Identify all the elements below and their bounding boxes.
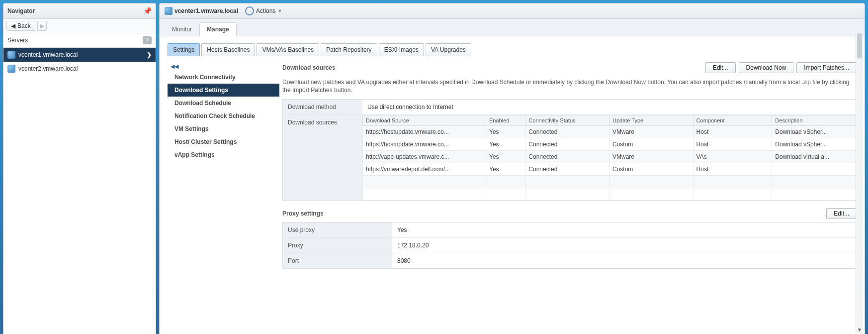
use-proxy-value: Yes [392, 223, 856, 237]
cell-status: Connected [525, 163, 609, 176]
breadcrumb-title-text: vcenter1.vmware.local [174, 7, 238, 14]
navigator-header: Navigator 📌 [3, 3, 156, 19]
navigator-panel: Navigator 📌 ◀ Back ▶ Servers 2 vcenter1.… [3, 3, 156, 334]
proxy-grid: Use proxy Yes Proxy 172.18.0.20 Port 808… [282, 222, 857, 269]
cell-type: VMware [609, 126, 693, 138]
breadcrumb-bar: vcenter1.vmware.local Actions ▼ [160, 3, 865, 19]
cell-type: VMware [609, 151, 693, 163]
col-download-source[interactable]: Download Source [363, 115, 486, 126]
chevron-down-icon: ▼ [277, 8, 282, 13]
cell-empty [525, 188, 609, 201]
sub-tabs: Settings Hosts Baselines VMs/VAs Baselin… [168, 43, 857, 56]
cell-status: Connected [525, 151, 609, 163]
subtab-settings[interactable]: Settings [168, 43, 200, 56]
back-label: Back [17, 22, 31, 29]
actions-menu[interactable]: Actions ▼ [245, 6, 282, 15]
cell-desc: Download vSpher... [772, 138, 856, 151]
proxy-settings-title: Proxy settings [282, 210, 324, 217]
navigator-back-row: ◀ Back ▶ [3, 19, 156, 33]
cell-source: https://vmwaredepot.dell.com/... [363, 163, 486, 176]
vertical-scrollbar[interactable]: ▼ [856, 33, 863, 334]
proxy-host-label: Proxy [283, 238, 392, 253]
download-sources-table: Download Source Enabled Connectivity Sta… [362, 115, 856, 201]
cell-empty [486, 176, 525, 188]
proxy-port-label: Port [283, 253, 392, 268]
servers-row[interactable]: Servers 2 [3, 33, 156, 48]
download-sources-header: Download sources Edit... Download Now Im… [282, 62, 857, 76]
cell-type: Custom [609, 138, 693, 151]
cell-source: http://vapp-updates.vmware.c... [363, 151, 486, 163]
col-enabled[interactable]: Enabled [486, 115, 525, 126]
servers-label: Servers [7, 37, 28, 44]
side-vm-settings[interactable]: VM Settings [168, 122, 279, 135]
tab-manage[interactable]: Manage [199, 22, 237, 36]
import-patches-button[interactable]: Import Patches... [796, 62, 857, 73]
chevron-right-icon: ❯ [147, 51, 152, 58]
subtab-hosts-baselines[interactable]: Hosts Baselines [201, 43, 255, 56]
navigator-title: Navigator [7, 7, 35, 14]
server-item-vcenter1[interactable]: vcenter1.vmware.local ❯ [3, 48, 156, 62]
download-sources-table-wrap: Download Source Enabled Connectivity Sta… [362, 115, 856, 201]
subtab-va-upgrades[interactable]: VA Upgrades [426, 43, 471, 56]
subtab-esxi-images[interactable]: ESXi Images [379, 43, 424, 56]
servers-list: vcenter1.vmware.local ❯ vcenter2.vmware.… [3, 48, 156, 334]
cell-empty [363, 188, 486, 201]
pin-icon[interactable]: 📌 [143, 7, 152, 15]
chevron-left-icon: ◀ [11, 22, 15, 29]
side-download-schedule[interactable]: Download Schedule [168, 97, 279, 110]
side-notification-check[interactable]: Notification Check Schedule [168, 110, 279, 122]
col-description[interactable]: Description [772, 115, 856, 126]
download-method-label: Download method [283, 100, 362, 114]
use-proxy-label: Use proxy [283, 223, 392, 237]
settings-sidemenu: ◀◀ Network Connectivity Download Setting… [168, 62, 279, 269]
server-label: vcenter1.vmware.local [18, 51, 78, 58]
server-icon [7, 51, 15, 59]
download-now-button[interactable]: Download Now [739, 62, 794, 73]
server-label: vcenter2.vmware.local [18, 65, 78, 72]
subtab-patch-repository[interactable]: Patch Repository [321, 43, 377, 56]
download-sources-label: Download sources [283, 115, 362, 130]
forward-button[interactable]: ▶ [37, 21, 47, 31]
scrollbar-down-icon[interactable]: ▼ [856, 327, 863, 333]
cell-enabled: Yes [486, 163, 525, 176]
side-download-settings[interactable]: Download Settings [168, 84, 279, 97]
side-host-cluster-settings[interactable]: Host/ Cluster Settings [168, 135, 279, 148]
cell-empty [772, 176, 856, 188]
detail-pane: Download sources Edit... Download Now Im… [279, 62, 857, 269]
server-item-vcenter2[interactable]: vcenter2.vmware.local [3, 62, 156, 76]
download-method-value: Use direct connection to Internet [362, 100, 856, 114]
cell-empty [486, 188, 525, 201]
col-update-type[interactable]: Update Type [609, 115, 693, 126]
edit-proxy-button[interactable]: Edit... [826, 208, 857, 219]
cell-empty [525, 176, 609, 188]
cell-empty [693, 188, 772, 201]
proxy-settings-header: Proxy settings Edit... [282, 208, 857, 222]
col-component[interactable]: Component [693, 115, 772, 126]
cell-source: https://hostupdate.vmware.co... [363, 126, 486, 138]
cell-source: https://hostupdate.vmware.co... [363, 138, 486, 151]
content-panel: vcenter1.vmware.local Actions ▼ Monitor … [159, 3, 865, 334]
server-icon [7, 65, 15, 73]
cell-empty [693, 176, 772, 188]
table-row[interactable]: http://vapp-updates.vmware.c...YesConnec… [363, 151, 856, 163]
gear-icon [245, 6, 254, 15]
primary-tabs: Monitor Manage [160, 19, 865, 36]
back-button[interactable]: ◀ Back [6, 21, 35, 31]
tab-monitor[interactable]: Monitor [165, 22, 199, 36]
cell-empty [363, 176, 486, 188]
side-vapp-settings[interactable]: vApp Settings [168, 148, 279, 161]
cell-empty [609, 176, 693, 188]
side-network-connectivity[interactable]: Network Connectivity [168, 71, 279, 84]
collapse-sidemenu-icon[interactable]: ◀◀ [168, 62, 279, 71]
edit-download-sources-button[interactable]: Edit... [705, 62, 736, 73]
table-row[interactable]: https://hostupdate.vmware.co...YesConnec… [363, 138, 856, 151]
table-row-empty [363, 188, 856, 201]
cell-component: Host [693, 138, 772, 151]
subtab-vms-vas-baselines[interactable]: VMs/VAs Baselines [257, 43, 319, 56]
col-connectivity-status[interactable]: Connectivity Status [525, 115, 609, 126]
scrollbar-thumb[interactable] [857, 33, 862, 58]
cell-status: Connected [525, 138, 609, 151]
table-row[interactable]: https://vmwaredepot.dell.com/...YesConne… [363, 163, 856, 176]
table-row[interactable]: https://hostupdate.vmware.co...YesConnec… [363, 126, 856, 138]
cell-desc: Download virtual a... [772, 151, 856, 163]
